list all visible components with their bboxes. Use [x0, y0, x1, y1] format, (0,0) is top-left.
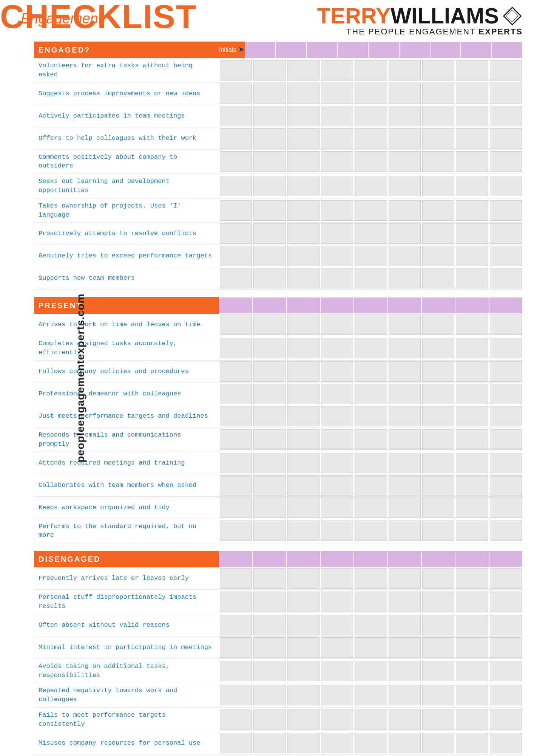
- row-cell-3[interactable]: [321, 60, 353, 81]
- row-cell-0[interactable]: [220, 338, 252, 358]
- row-cell-7[interactable]: [456, 661, 488, 681]
- row-cell-7[interactable]: [456, 151, 488, 172]
- row-cell-0[interactable]: [220, 60, 252, 81]
- row-cell-6[interactable]: [422, 361, 454, 382]
- row-cell-0[interactable]: [220, 84, 252, 104]
- row-cell-4[interactable]: [355, 268, 387, 288]
- row-cell-7[interactable]: [456, 615, 488, 635]
- row-cell-7[interactable]: [456, 84, 488, 104]
- row-cell-0[interactable]: [220, 361, 252, 382]
- row-cell-1[interactable]: [253, 637, 286, 658]
- row-cell-2[interactable]: [287, 453, 319, 473]
- row-cell-8[interactable]: [490, 106, 522, 126]
- row-cell-6[interactable]: [422, 710, 454, 730]
- row-cell-2[interactable]: [287, 246, 319, 266]
- row-cell-8[interactable]: [490, 521, 522, 541]
- row-cell-3[interactable]: [321, 176, 353, 196]
- row-cell-3[interactable]: [321, 223, 353, 244]
- row-cell-1[interactable]: [253, 176, 286, 196]
- row-cell-3[interactable]: [321, 521, 353, 541]
- row-cell-7[interactable]: [456, 223, 488, 244]
- row-cell-4[interactable]: [355, 661, 387, 681]
- row-cell-7[interactable]: [456, 637, 488, 658]
- row-cell-6[interactable]: [422, 128, 454, 149]
- row-cell-6[interactable]: [422, 200, 454, 221]
- row-cell-2[interactable]: [287, 200, 319, 221]
- row-cell-8[interactable]: [490, 568, 522, 589]
- row-cell-2[interactable]: [287, 406, 319, 426]
- row-cell-5[interactable]: [389, 453, 421, 473]
- row-cell-2[interactable]: [287, 615, 319, 635]
- row-cell-6[interactable]: [422, 497, 454, 518]
- row-cell-1[interactable]: [253, 521, 286, 541]
- row-cell-4[interactable]: [355, 338, 387, 358]
- row-cell-6[interactable]: [422, 521, 454, 541]
- row-cell-3[interactable]: [321, 661, 353, 681]
- row-cell-5[interactable]: [389, 128, 421, 149]
- row-cell-2[interactable]: [287, 361, 319, 382]
- row-cell-7[interactable]: [456, 568, 488, 589]
- row-cell-6[interactable]: [422, 406, 454, 426]
- row-cell-3[interactable]: [321, 710, 353, 730]
- row-cell-8[interactable]: [490, 176, 522, 196]
- row-cell-0[interactable]: [220, 637, 252, 658]
- row-cell-2[interactable]: [287, 521, 319, 541]
- row-cell-5[interactable]: [389, 268, 421, 288]
- row-cell-5[interactable]: [389, 429, 421, 450]
- row-cell-0[interactable]: [220, 733, 252, 753]
- row-cell-8[interactable]: [490, 84, 522, 104]
- row-cell-6[interactable]: [422, 685, 454, 705]
- row-cell-7[interactable]: [456, 521, 488, 541]
- row-cell-1[interactable]: [253, 453, 286, 473]
- row-cell-3[interactable]: [321, 592, 353, 612]
- row-cell-3[interactable]: [321, 151, 353, 172]
- row-cell-1[interactable]: [253, 268, 286, 288]
- row-cell-2[interactable]: [287, 314, 319, 335]
- row-cell-0[interactable]: [220, 176, 252, 196]
- row-cell-1[interactable]: [253, 733, 286, 753]
- row-cell-4[interactable]: [355, 568, 387, 589]
- row-cell-6[interactable]: [422, 314, 454, 335]
- row-cell-5[interactable]: [389, 151, 421, 172]
- row-cell-2[interactable]: [287, 685, 319, 705]
- row-cell-8[interactable]: [490, 200, 522, 221]
- row-cell-7[interactable]: [456, 246, 488, 266]
- row-cell-7[interactable]: [456, 406, 488, 426]
- row-cell-5[interactable]: [389, 685, 421, 705]
- row-cell-1[interactable]: [253, 223, 286, 244]
- row-cell-8[interactable]: [490, 475, 522, 496]
- row-cell-3[interactable]: [321, 314, 353, 335]
- row-cell-3[interactable]: [321, 475, 353, 496]
- row-cell-8[interactable]: [490, 384, 522, 404]
- row-cell-3[interactable]: [321, 338, 353, 358]
- row-cell-8[interactable]: [490, 615, 522, 635]
- row-cell-0[interactable]: [220, 685, 252, 705]
- row-cell-2[interactable]: [287, 710, 319, 730]
- row-cell-0[interactable]: [220, 200, 252, 221]
- row-cell-2[interactable]: [287, 497, 319, 518]
- row-cell-4[interactable]: [355, 128, 387, 149]
- row-cell-0[interactable]: [220, 710, 252, 730]
- row-cell-6[interactable]: [422, 475, 454, 496]
- row-cell-2[interactable]: [287, 733, 319, 753]
- row-cell-2[interactable]: [287, 268, 319, 288]
- row-cell-8[interactable]: [490, 361, 522, 382]
- row-cell-0[interactable]: [220, 128, 252, 149]
- row-cell-8[interactable]: [490, 151, 522, 172]
- row-cell-3[interactable]: [321, 246, 353, 266]
- row-cell-7[interactable]: [456, 497, 488, 518]
- row-cell-4[interactable]: [355, 615, 387, 635]
- row-cell-3[interactable]: [321, 106, 353, 126]
- row-cell-3[interactable]: [321, 733, 353, 753]
- row-cell-8[interactable]: [490, 429, 522, 450]
- row-cell-0[interactable]: [220, 615, 252, 635]
- row-cell-3[interactable]: [321, 497, 353, 518]
- row-cell-7[interactable]: [456, 475, 488, 496]
- row-cell-8[interactable]: [490, 406, 522, 426]
- row-cell-0[interactable]: [220, 521, 252, 541]
- row-cell-6[interactable]: [422, 429, 454, 450]
- row-cell-4[interactable]: [355, 497, 387, 518]
- row-cell-6[interactable]: [422, 453, 454, 473]
- row-cell-0[interactable]: [220, 661, 252, 681]
- row-cell-1[interactable]: [253, 384, 286, 404]
